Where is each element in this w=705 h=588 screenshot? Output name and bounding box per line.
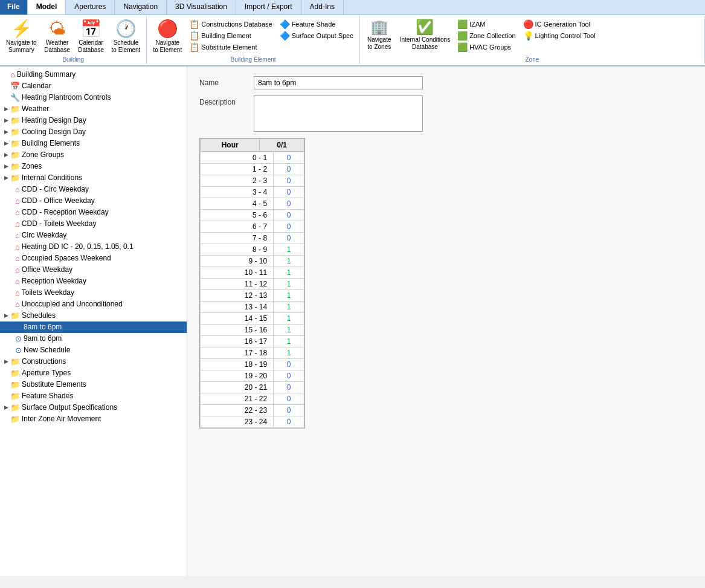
navigate-to-element-button[interactable]: 🔴 Navigateto Element (150, 18, 184, 55)
tree-item-heating-dd-ic[interactable]: ⌂Heating DD IC - 20, 0.15, 1.05, 0.1 (0, 241, 187, 253)
hour-row-5[interactable]: 5 - 60 (201, 209, 304, 221)
value-cell-11[interactable]: 1 (274, 278, 304, 289)
hour-row-11[interactable]: 11 - 121 (201, 278, 304, 289)
value-cell-7[interactable]: 0 (274, 232, 304, 244)
expand-btn-weather[interactable]: ▶ (2, 105, 10, 112)
tree-item-heating-design-day[interactable]: ▶📁Heating Design Day (0, 115, 187, 126)
tree-item-circ-weekday[interactable]: ⌂Circ Weekday (0, 230, 187, 241)
expand-btn-zones[interactable]: ▶ (2, 163, 10, 170)
tree-item-unoccupied-unconditioned[interactable]: ⌂Unoccupied and Unconditioned (0, 299, 187, 310)
hvac-groups-button[interactable]: 🟩 HVAC Groups (455, 42, 518, 53)
value-cell-17[interactable]: 1 (274, 347, 304, 358)
tab-3d-vis[interactable]: 3D Visualisation (167, 0, 236, 15)
hour-row-7[interactable]: 7 - 80 (201, 232, 304, 244)
value-cell-15[interactable]: 1 (274, 324, 304, 335)
expand-btn-surface-output-specs[interactable]: ▶ (2, 404, 10, 411)
hour-row-6[interactable]: 6 - 70 (201, 221, 304, 232)
internal-conditions-button[interactable]: ✅ Internal ConditionsDatabase (398, 18, 452, 52)
tab-file[interactable]: File (0, 0, 28, 15)
hour-table-scroll[interactable]: 0 - 101 - 202 - 303 - 404 - 505 - 606 - … (200, 152, 304, 428)
tree-item-cdd-office-weekday[interactable]: ⌂CDD - Office Weekday (0, 195, 187, 207)
tree-item-office-weekday[interactable]: ⌂Office Weekday (0, 264, 187, 276)
tree-item-calendar[interactable]: 📅Calendar (0, 80, 187, 92)
tree-item-9am-to-6pm[interactable]: ⊙9am to 6pm (0, 333, 187, 344)
hour-row-10[interactable]: 10 - 111 (201, 267, 304, 278)
tab-model[interactable]: Model (28, 0, 66, 15)
value-cell-0[interactable]: 0 (274, 152, 304, 163)
description-input[interactable] (254, 95, 423, 132)
weather-database-button[interactable]: 🌤 WeatherDatabase (42, 18, 73, 55)
tree-item-feature-shades[interactable]: 📁Feature Shades (0, 390, 187, 402)
tab-import-export[interactable]: Import / Export (236, 0, 301, 15)
expand-btn-schedules[interactable]: ▶ (2, 312, 10, 319)
expand-btn-heating-design-day[interactable]: ▶ (2, 117, 10, 124)
value-cell-23[interactable]: 0 (274, 416, 304, 427)
tree-item-surface-output-specs[interactable]: ▶📁Surface Output Specifications (0, 402, 187, 413)
hour-row-17[interactable]: 17 - 181 (201, 347, 304, 358)
value-cell-16[interactable]: 1 (274, 335, 304, 347)
expand-btn-internal-conditions[interactable]: ▶ (2, 174, 10, 181)
expand-btn-cooling-design-day[interactable]: ▶ (2, 128, 10, 135)
tab-apertures[interactable]: Apertures (66, 0, 115, 15)
hour-row-20[interactable]: 20 - 210 (201, 381, 304, 393)
tree-item-cdd-circ-weekday[interactable]: ⌂CDD - Circ Weekday (0, 184, 187, 195)
value-cell-3[interactable]: 0 (274, 186, 304, 198)
tree-item-heating-plantroom[interactable]: 🔧Heating Plantroom Controls (0, 92, 187, 103)
tree-item-8am-to-6pm[interactable]: ⊙8am to 6pm (0, 321, 187, 333)
feature-shade-button[interactable]: 🔷 Feature Shade (277, 19, 356, 30)
expand-btn-constructions[interactable]: ▶ (2, 358, 10, 365)
tree-item-zones[interactable]: ▶📁Zones (0, 161, 187, 172)
tree-item-aperture-types[interactable]: 📁Aperture Types (0, 367, 187, 379)
value-cell-1[interactable]: 0 (274, 163, 304, 175)
constructions-database-button[interactable]: 📋 Constructions Database (187, 19, 274, 30)
lighting-control-button[interactable]: 💡 Lighting Control Tool (521, 30, 598, 41)
tree-item-zone-groups[interactable]: ▶📁Zone Groups (0, 149, 187, 161)
value-cell-18[interactable]: 0 (274, 358, 304, 370)
hour-row-18[interactable]: 18 - 190 (201, 358, 304, 370)
hour-row-13[interactable]: 13 - 141 (201, 301, 304, 312)
value-cell-19[interactable]: 0 (274, 370, 304, 381)
zone-collection-button[interactable]: 🟩 Zone Collection (455, 30, 518, 41)
hour-row-22[interactable]: 22 - 230 (201, 404, 304, 416)
expand-btn-building-elements[interactable]: ▶ (2, 140, 10, 147)
value-cell-10[interactable]: 1 (274, 267, 304, 278)
expand-btn-zone-groups[interactable]: ▶ (2, 151, 10, 158)
hour-row-3[interactable]: 3 - 40 (201, 186, 304, 198)
value-cell-14[interactable]: 1 (274, 312, 304, 324)
value-cell-6[interactable]: 0 (274, 221, 304, 232)
tree-item-cdd-toilets-weekday[interactable]: ⌂CDD - Toilets Weekday (0, 218, 187, 230)
tree-item-building-elements[interactable]: ▶📁Building Elements (0, 138, 187, 149)
name-input[interactable] (254, 76, 423, 89)
hour-row-4[interactable]: 4 - 50 (201, 198, 304, 209)
value-cell-8[interactable]: 1 (274, 244, 304, 255)
schedule-to-element-button[interactable]: 🕐 Scheduleto Element (109, 18, 143, 55)
hour-row-15[interactable]: 15 - 161 (201, 324, 304, 335)
calendar-database-button[interactable]: 📅 CalendarDatabase (76, 18, 107, 55)
substitute-element-button[interactable]: 📋 Substitute Element (187, 42, 274, 53)
izam-button[interactable]: 🟩 IZAM (455, 19, 518, 30)
tab-add-ins[interactable]: Add-Ins (301, 0, 344, 15)
tree-item-inter-zone-air[interactable]: 📁Inter Zone Air Movement (0, 413, 187, 425)
hour-row-9[interactable]: 9 - 101 (201, 255, 304, 267)
tree-item-schedules[interactable]: ▶📁Schedules (0, 310, 187, 321)
hour-row-2[interactable]: 2 - 30 (201, 175, 304, 186)
hour-row-8[interactable]: 8 - 91 (201, 244, 304, 255)
tree-item-occupied-spaces-weekend[interactable]: ⌂Occupied Spaces Weekend (0, 253, 187, 264)
tree-item-building-summary[interactable]: ⌂Building Summary (0, 69, 187, 80)
hour-row-19[interactable]: 19 - 200 (201, 370, 304, 381)
tree-item-reception-weekday[interactable]: ⌂Reception Weekday (0, 276, 187, 287)
tree-item-toilets-weekday[interactable]: ⌂Toilets Weekday (0, 287, 187, 299)
tree-item-new-schedule[interactable]: ⊙New Schedule (0, 344, 187, 356)
tree-item-cdd-reception-weekday[interactable]: ⌂CDD - Reception Weekday (0, 207, 187, 218)
value-cell-9[interactable]: 1 (274, 255, 304, 267)
value-cell-22[interactable]: 0 (274, 404, 304, 416)
tab-navigation[interactable]: Navigation (115, 0, 167, 15)
hour-row-0[interactable]: 0 - 10 (201, 152, 304, 163)
ic-generation-button[interactable]: 🔴 IC Generation Tool (521, 19, 598, 30)
value-cell-4[interactable]: 0 (274, 198, 304, 209)
tree-item-substitute-elements[interactable]: 📁Substitute Elements (0, 379, 187, 390)
navigate-to-zones-button[interactable]: 🏢 Navigateto Zones (364, 18, 395, 52)
value-cell-21[interactable]: 0 (274, 393, 304, 404)
hour-row-12[interactable]: 12 - 131 (201, 289, 304, 301)
value-cell-20[interactable]: 0 (274, 381, 304, 393)
